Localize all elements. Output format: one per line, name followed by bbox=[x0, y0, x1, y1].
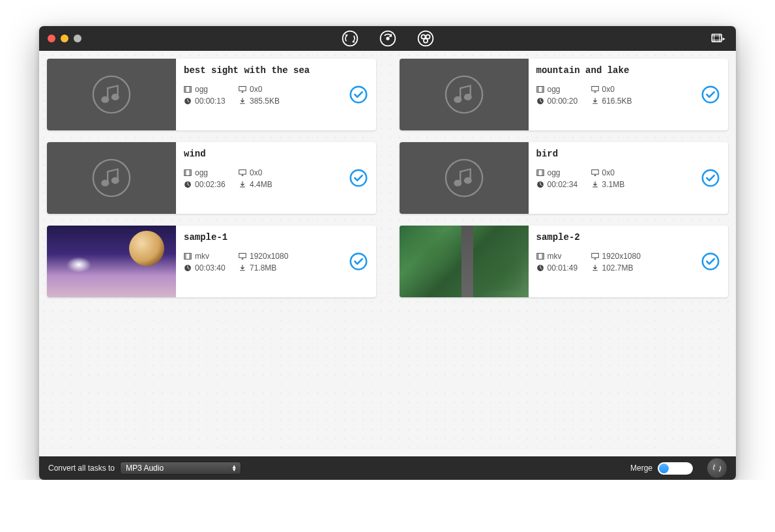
svg-point-28 bbox=[350, 170, 366, 186]
minimize-window-button[interactable] bbox=[61, 35, 68, 42]
file-card[interactable]: windogg0x000:02:364.4MB bbox=[47, 142, 376, 214]
output-format-select[interactable]: MP3 Audio ▲▼ bbox=[120, 462, 241, 475]
svg-point-17 bbox=[464, 95, 471, 100]
file-meta: mkv1920x108000:03:4071.8MB bbox=[184, 252, 368, 273]
svg-rect-19 bbox=[591, 87, 598, 91]
svg-point-4 bbox=[421, 35, 425, 38]
select-checkmark-icon[interactable] bbox=[349, 85, 368, 104]
merge-toggle[interactable] bbox=[658, 462, 693, 475]
select-checkmark-icon[interactable] bbox=[701, 168, 720, 188]
file-card[interactable]: sample-2mkv1920x108000:01:49102.7MB bbox=[400, 226, 729, 297]
footer-bar: Convert all tasks to MP3 Audio ▲▼ Merge bbox=[39, 456, 736, 480]
svg-point-15 bbox=[445, 76, 482, 113]
file-info: windogg0x000:02:364.4MB bbox=[176, 142, 376, 214]
file-card[interactable]: birdogg0x000:02:343.1MB bbox=[400, 142, 729, 214]
thumbnail bbox=[47, 59, 176, 130]
file-card[interactable]: mountain and lakeogg0x000:00:20616.5KB bbox=[400, 59, 729, 130]
file-title: wind bbox=[184, 149, 368, 159]
svg-point-39 bbox=[350, 254, 366, 269]
file-meta: ogg0x000:00:13385.5KB bbox=[184, 85, 368, 106]
svg-rect-37 bbox=[239, 254, 246, 258]
svg-point-8 bbox=[93, 76, 130, 113]
svg-point-24 bbox=[112, 178, 119, 183]
svg-point-31 bbox=[464, 178, 471, 183]
file-meta: ogg0x000:02:343.1MB bbox=[536, 168, 721, 189]
convert-tab-icon[interactable] bbox=[340, 29, 360, 48]
duration-field: 00:00:13 bbox=[184, 96, 239, 106]
svg-rect-7 bbox=[712, 35, 722, 42]
svg-point-2 bbox=[387, 37, 389, 40]
file-info: sample-1mkv1920x108000:03:4071.8MB bbox=[176, 226, 376, 297]
file-info: sample-2mkv1920x108000:01:49102.7MB bbox=[529, 226, 729, 297]
thumbnail bbox=[47, 226, 176, 297]
svg-point-21 bbox=[703, 87, 718, 102]
thumbnail bbox=[47, 142, 176, 214]
format-field: mkv bbox=[184, 252, 239, 261]
svg-point-22 bbox=[93, 160, 130, 196]
convert-all-label: Convert all tasks to bbox=[48, 464, 115, 473]
titlebar bbox=[39, 26, 736, 51]
file-info: best sight with the seaogg0x000:00:13385… bbox=[176, 59, 376, 130]
file-meta: ogg0x000:00:20616.5KB bbox=[536, 85, 721, 106]
thumbnail bbox=[400, 59, 529, 130]
thumbnail bbox=[400, 226, 529, 297]
file-card[interactable]: best sight with the seaogg0x000:00:13385… bbox=[47, 59, 376, 130]
svg-rect-12 bbox=[239, 87, 246, 91]
file-title: best sight with the sea bbox=[184, 65, 368, 76]
svg-point-23 bbox=[102, 181, 108, 186]
file-meta: mkv1920x108000:01:49102.7MB bbox=[536, 252, 721, 273]
file-title: bird bbox=[536, 149, 721, 159]
select-arrows-icon: ▲▼ bbox=[231, 465, 237, 471]
svg-point-14 bbox=[350, 87, 366, 102]
close-window-button[interactable] bbox=[48, 35, 55, 42]
svg-point-6 bbox=[423, 38, 427, 42]
toggle-knob bbox=[659, 464, 669, 473]
file-title: sample-2 bbox=[536, 232, 721, 243]
svg-point-16 bbox=[454, 97, 461, 102]
svg-point-5 bbox=[426, 35, 430, 38]
select-checkmark-icon[interactable] bbox=[349, 252, 368, 271]
file-list-area: best sight with the seaogg0x000:00:13385… bbox=[39, 51, 736, 456]
file-meta: ogg0x000:02:364.4MB bbox=[184, 168, 368, 189]
duration-field: 00:01:49 bbox=[536, 263, 591, 273]
format-field: ogg bbox=[536, 85, 591, 94]
file-info: mountain and lakeogg0x000:00:20616.5KB bbox=[529, 59, 729, 130]
file-title: sample-1 bbox=[184, 232, 368, 243]
svg-rect-33 bbox=[591, 170, 598, 175]
duration-field: 00:00:20 bbox=[536, 96, 591, 106]
zoom-window-button[interactable] bbox=[74, 35, 81, 42]
format-field: ogg bbox=[536, 168, 591, 177]
format-field: ogg bbox=[184, 168, 239, 177]
select-checkmark-icon[interactable] bbox=[701, 252, 720, 271]
file-title: mountain and lake bbox=[536, 65, 721, 76]
svg-point-9 bbox=[102, 97, 108, 102]
window-controls bbox=[39, 35, 81, 42]
output-format-value: MP3 Audio bbox=[126, 464, 164, 473]
merge-label: Merge bbox=[630, 464, 652, 473]
toolbar bbox=[340, 26, 435, 51]
app-window: best sight with the seaogg0x000:00:13385… bbox=[39, 26, 736, 480]
file-card[interactable]: sample-1mkv1920x108000:03:4071.8MB bbox=[47, 226, 376, 297]
media-browser-icon[interactable] bbox=[710, 26, 727, 51]
select-checkmark-icon[interactable] bbox=[349, 168, 368, 188]
duration-field: 00:02:36 bbox=[184, 180, 239, 189]
svg-rect-41 bbox=[591, 254, 598, 258]
format-field: mkv bbox=[536, 252, 591, 261]
svg-point-0 bbox=[342, 31, 357, 46]
format-field: ogg bbox=[184, 85, 239, 94]
duration-field: 00:03:40 bbox=[184, 263, 239, 273]
download-tab-icon[interactable] bbox=[378, 29, 398, 48]
video-tab-icon[interactable] bbox=[416, 29, 435, 48]
select-checkmark-icon[interactable] bbox=[701, 85, 720, 104]
start-convert-button[interactable] bbox=[707, 458, 727, 478]
thumbnail bbox=[400, 142, 529, 214]
duration-field: 00:02:34 bbox=[536, 180, 591, 189]
svg-rect-26 bbox=[239, 170, 246, 175]
file-info: birdogg0x000:02:343.1MB bbox=[529, 142, 729, 214]
svg-point-30 bbox=[454, 181, 461, 186]
svg-point-10 bbox=[112, 95, 119, 100]
svg-point-29 bbox=[445, 160, 482, 196]
svg-point-35 bbox=[703, 170, 718, 186]
svg-point-43 bbox=[703, 254, 718, 269]
